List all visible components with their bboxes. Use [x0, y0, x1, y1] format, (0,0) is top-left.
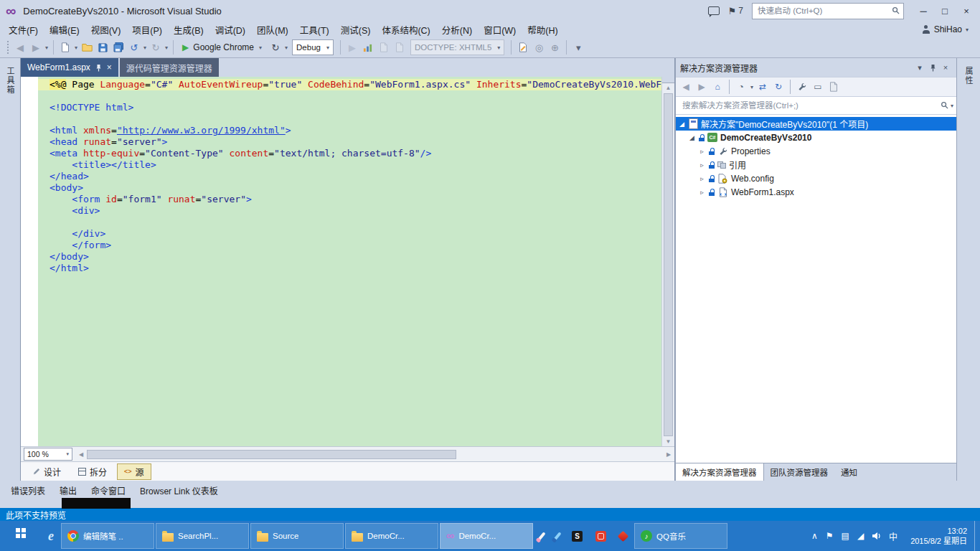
doctype-select[interactable]: DOCTYPE: XHTML5▾	[410, 39, 504, 55]
selection-margin[interactable]	[21, 77, 38, 446]
redo-icon[interactable]: ↻	[149, 39, 163, 55]
collapse-all-icon[interactable]: ▭	[811, 80, 825, 94]
menu-item[interactable]: 工具(T)	[294, 22, 335, 38]
ruby-app-button[interactable]	[613, 523, 633, 549]
quick-launch-search[interactable]	[752, 3, 904, 19]
comment-out-icon[interactable]	[392, 39, 407, 55]
menu-item[interactable]: 测试(S)	[335, 22, 377, 38]
menu-item[interactable]: 窗口(W)	[478, 22, 522, 38]
red-app-button[interactable]	[590, 523, 612, 549]
target-browser-icon[interactable]: ◎	[532, 39, 546, 55]
scroll-right-arrow[interactable]: ▶	[663, 451, 674, 458]
menu-item[interactable]: 文件(F)	[3, 22, 44, 38]
tree-item-webform[interactable]: ▹WebForm1.aspx	[676, 185, 956, 199]
undo-icon[interactable]: ↺	[127, 39, 141, 55]
view-tab-split[interactable]: 拆分	[71, 463, 114, 480]
solution-search-input[interactable]	[681, 100, 941, 110]
zoom-select[interactable]: 100 % ▾	[24, 448, 72, 461]
toolbox-tab[interactable]: 工具箱	[4, 67, 16, 95]
view-tab-design[interactable]: 设计	[25, 463, 68, 480]
tree-item-properties[interactable]: ▹Properties	[676, 144, 956, 158]
tray-expand-icon[interactable]: ∧	[811, 531, 818, 541]
bottom-panel-tab[interactable]: 输出	[53, 482, 83, 499]
menu-item[interactable]: 项目(P)	[126, 22, 168, 38]
toolbar-options-icon[interactable]: ▾	[571, 39, 585, 55]
menu-item[interactable]: 分析(N)	[436, 22, 478, 38]
view-tab-source[interactable]: 源	[117, 463, 151, 480]
network-icon[interactable]: ◢	[857, 531, 864, 541]
properties-wrench-icon[interactable]	[795, 80, 809, 94]
show-desktop-button[interactable]	[974, 521, 980, 551]
solution-search-box[interactable]: ▾	[676, 97, 956, 115]
tree-item-webconfig[interactable]: ▹Web.config	[676, 171, 956, 185]
pen-app-button[interactable]	[550, 523, 565, 549]
quick-launch-input[interactable]	[756, 6, 892, 16]
minimize-button[interactable]: ─	[913, 2, 934, 19]
menu-item[interactable]: 调试(D)	[209, 22, 251, 38]
pin-icon[interactable]	[926, 64, 939, 72]
attach-process-icon[interactable]: ▶	[345, 39, 359, 55]
vertical-scroll-thumb[interactable]	[664, 93, 673, 436]
vs-window-button[interactable]: ∞DemoCr...	[440, 523, 533, 549]
save-icon[interactable]	[95, 39, 110, 55]
close-button[interactable]: ×	[956, 2, 977, 19]
refresh-icon[interactable]: ↻	[771, 80, 786, 94]
s-app-button[interactable]: S	[566, 523, 588, 549]
bottom-panel-tab[interactable]: 错误列表	[4, 482, 52, 499]
paint-app-button[interactable]	[534, 523, 549, 549]
menu-item[interactable]: 视图(V)	[85, 22, 127, 38]
action-center-flag-icon[interactable]: ⚑	[826, 531, 834, 541]
browser-refresh-icon[interactable]: ↻	[268, 39, 283, 55]
scroll-left-arrow[interactable]: ◀	[75, 451, 87, 458]
pin-icon[interactable]	[95, 64, 102, 72]
scroll-up-arrow[interactable]: ▲	[666, 83, 672, 93]
panel-tab[interactable]: 团队资源管理器	[764, 463, 835, 481]
qq-music-button[interactable]: ♪QQ音乐	[634, 523, 727, 549]
start-debug-button[interactable]: ▶Google Chrome▾	[178, 39, 267, 55]
horizontal-scrollbar[interactable]	[87, 449, 661, 459]
show-all-files-icon[interactable]	[826, 80, 841, 94]
user-account[interactable]: ShiHao ▾	[922, 24, 980, 34]
tree-item-project[interactable]: ◢C#DemoCreateByVs2010	[676, 131, 956, 144]
new-file-icon[interactable]	[58, 39, 72, 55]
menu-item[interactable]: 编辑(E)	[44, 22, 85, 38]
maximize-button[interactable]: □	[934, 2, 956, 19]
menu-item[interactable]: 体系结构(C)	[376, 22, 435, 38]
expander-icon[interactable]: ◢	[688, 134, 696, 141]
tree-item-references[interactable]: ▹引用	[676, 158, 956, 171]
toolbar-grip[interactable]	[7, 41, 9, 54]
explorer-window-button-source[interactable]: Source	[250, 523, 344, 549]
forward-icon[interactable]: ▶	[694, 80, 709, 94]
performance-chart-icon[interactable]	[361, 39, 375, 55]
splitter-handle[interactable]	[662, 77, 674, 83]
home-icon[interactable]: ⌂	[710, 80, 725, 94]
menu-item[interactable]: 生成(B)	[168, 22, 209, 38]
expander-icon[interactable]: ▹	[698, 161, 706, 169]
taskbar-clock[interactable]: 13:02 2015/8/2 星期日	[903, 521, 974, 551]
bottom-panel-tab[interactable]: Browser Link 仪表板	[133, 482, 225, 499]
document-tab[interactable]: WebForm1.aspx×	[21, 58, 118, 77]
close-icon[interactable]: ×	[107, 63, 112, 72]
notifications-flag[interactable]: ⚑ 7	[728, 6, 743, 17]
link-browser-icon[interactable]: ⊕	[547, 39, 562, 55]
nav-forward-icon[interactable]: ▶	[29, 39, 43, 55]
save-all-icon[interactable]	[111, 39, 126, 55]
nav-back-icon[interactable]: ◀	[13, 39, 27, 55]
expander-icon[interactable]: ▹	[698, 175, 706, 182]
start-button[interactable]	[1, 523, 41, 549]
ime-icon[interactable]: 中	[889, 530, 897, 542]
touch-keyboard-icon[interactable]: ▤	[842, 531, 849, 541]
properties-tab[interactable]: 属性	[963, 67, 974, 85]
panel-tab[interactable]: 通知	[834, 463, 864, 481]
code-editor[interactable]: <%@ Page Language="C#" AutoEventWireup="…	[21, 77, 674, 446]
chevron-down-icon[interactable]: ▾	[951, 103, 953, 109]
volume-icon[interactable]	[872, 532, 881, 540]
expander-icon[interactable]: ◢	[678, 121, 686, 128]
scroll-down-arrow[interactable]: ▼	[666, 437, 672, 446]
feedback-icon[interactable]	[708, 6, 720, 15]
panel-tab[interactable]: 解决方案资源管理器	[676, 463, 764, 481]
tree-item-solution[interactable]: ◢解决方案"DemoCreateByVs2010"(1 个项目)	[676, 117, 956, 131]
bottom-panel-tab[interactable]: 命令窗口	[85, 482, 132, 499]
pending-changes-filter-icon[interactable]: ◔	[734, 80, 748, 94]
ie-button[interactable]: e	[42, 523, 60, 549]
